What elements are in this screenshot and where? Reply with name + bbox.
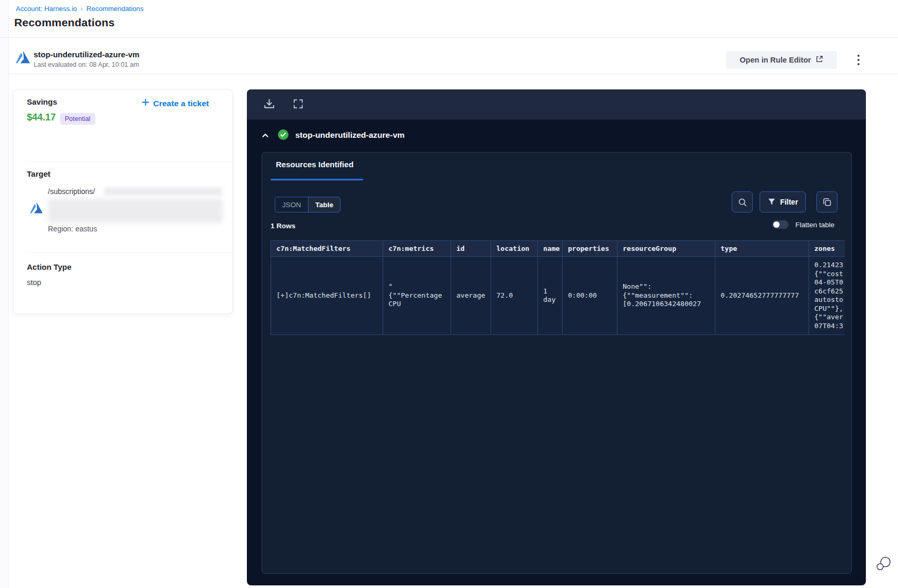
azure-icon	[30, 201, 43, 214]
flatten-table-toggle[interactable]	[772, 220, 789, 229]
azure-icon	[16, 50, 30, 64]
preview-toolbar	[247, 89, 866, 119]
cell-name: 1 day	[538, 257, 563, 335]
cell-properties: 0:00:00	[563, 257, 617, 335]
table-header-row: c7n:MatchedFilters c7n:metrics id locati…	[271, 241, 845, 257]
resources-table-container[interactable]: c7n:MatchedFilters c7n:metrics id locati…	[271, 240, 845, 336]
cell-id: average	[451, 257, 491, 335]
cell-metrics: " {""Percentage CPU	[383, 257, 451, 335]
create-ticket-button[interactable]: Create a ticket	[142, 98, 209, 108]
savings-label: Savings	[27, 97, 57, 106]
filter-button[interactable]: Filter	[760, 191, 806, 212]
rows-count: 1 Rows	[271, 222, 295, 230]
open-rule-editor-label: Open in Rule Editor	[740, 56, 811, 64]
column-header[interactable]: name	[538, 241, 563, 257]
download-button[interactable]	[262, 97, 276, 111]
recommendations-page: Account: Harness.io›Recommendations Reco…	[0, 0, 898, 588]
view-toggle: JSON Table	[275, 197, 341, 212]
tab-resources-identified[interactable]: Resources Identified	[276, 160, 354, 169]
page-title: Recommendations	[14, 16, 115, 29]
view-toggle-json[interactable]: JSON	[275, 197, 308, 212]
external-link-icon	[815, 55, 823, 65]
fullscreen-button[interactable]	[291, 97, 305, 111]
matched-filters-expand-link[interactable]: [+]c7n:MatchedFilters[]	[271, 257, 383, 335]
create-ticket-label: Create a ticket	[153, 99, 209, 108]
cell-zones: 0.21423 {""cost 04-05T0 c6cf625 autosto …	[809, 257, 845, 335]
action-type-value: stop	[27, 278, 41, 287]
preview-header-row: stop-underutilized-azure-vm	[247, 119, 866, 152]
success-check-icon	[277, 129, 289, 140]
breadcrumb-current-link[interactable]: Recommendations	[86, 5, 143, 13]
target-path: /subscriptions/	[48, 187, 95, 196]
more-options-button[interactable]	[852, 49, 865, 70]
fullscreen-icon	[292, 98, 304, 110]
recommendation-header: stop-underutilized-azure-vm Last evaluat…	[9, 38, 898, 74]
cell-location: 72.0	[491, 257, 538, 335]
flatten-table-control: Flatten table	[772, 220, 834, 229]
resources-table: c7n:MatchedFilters c7n:metrics id locati…	[271, 240, 845, 335]
column-header[interactable]: c7n:metrics	[383, 241, 451, 257]
preview-rule-title: stop-underutilized-azure-vm	[295, 130, 405, 140]
plus-icon	[142, 98, 149, 108]
copy-button[interactable]	[816, 191, 837, 212]
region-text: Region: eastus	[48, 225, 97, 233]
target-label: Target	[27, 169, 51, 178]
resources-identified-panel: Resources Identified JSON Table Filter 1…	[262, 152, 852, 574]
action-type-label: Action Type	[27, 262, 72, 271]
active-tab-underline	[271, 179, 363, 180]
cell-type: 0.20274652777777777	[715, 257, 809, 335]
open-rule-editor-button[interactable]: Open in Rule Editor	[726, 51, 837, 69]
potential-badge: Potential	[60, 113, 95, 125]
recommendation-details-card: Savings Create a ticket $44.17 Potential…	[13, 89, 233, 314]
table-row: [+]c7n:MatchedFilters[] " {""Percentage …	[271, 257, 845, 335]
column-header[interactable]: type	[715, 241, 809, 257]
flatten-table-label: Flatten table	[795, 221, 834, 229]
card-divider	[27, 252, 232, 253]
filter-icon	[767, 198, 776, 206]
breadcrumb-separator: ›	[81, 5, 83, 13]
chat-bubbles-icon	[875, 554, 893, 572]
copy-icon	[822, 197, 832, 207]
chevron-up-icon	[261, 130, 270, 140]
filter-label: Filter	[780, 198, 798, 206]
download-icon	[263, 97, 276, 110]
redacted-target-path	[104, 188, 222, 195]
left-edge-sliver	[0, 0, 9, 588]
card-divider	[27, 161, 232, 162]
view-toggle-table[interactable]: Table	[308, 197, 340, 212]
collapse-button[interactable]	[260, 130, 271, 141]
search-icon	[737, 197, 747, 207]
column-header[interactable]: properties	[563, 241, 617, 257]
column-header[interactable]: zones	[809, 241, 845, 257]
rule-name: stop-underutilized-azure-vm	[34, 50, 139, 59]
resource-preview-panel: stop-underutilized-azure-vm Resources Id…	[247, 89, 866, 585]
cell-resource-group: None"": {""measurement"": [0.20671063424…	[617, 257, 715, 335]
column-header[interactable]: location	[491, 241, 538, 257]
breadcrumb-account-link[interactable]: Account: Harness.io	[16, 5, 77, 13]
column-header[interactable]: id	[451, 241, 491, 257]
feedback-chat-button[interactable]	[875, 554, 893, 572]
search-button[interactable]	[732, 191, 753, 212]
column-header[interactable]: resourceGroup	[617, 241, 715, 257]
column-header[interactable]: c7n:MatchedFilters	[271, 241, 383, 257]
savings-amount: $44.17	[27, 112, 56, 123]
redacted-target-block	[48, 199, 223, 223]
breadcrumb: Account: Harness.io›Recommendations	[16, 5, 144, 13]
last-evaluated-text: Last evaluated on: 08 Apr, 10:01 am	[34, 61, 139, 68]
